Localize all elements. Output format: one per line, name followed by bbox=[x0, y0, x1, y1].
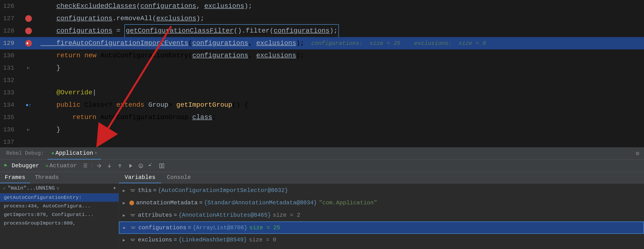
line-number-132: 132 bbox=[0, 77, 19, 84]
var-icon-attributes bbox=[129, 213, 136, 218]
settings-gear-icon[interactable]: ⚙ bbox=[636, 150, 639, 157]
code-editor: 126 checkExcludedClasses(configurations,… bbox=[0, 0, 644, 147]
right-tabs: Variables Console bbox=[119, 172, 644, 183]
debug-main-content: Frames Threads ✓ "main"...UNNING ▽ ▼ get… bbox=[0, 172, 644, 249]
debugger-label: Debugger bbox=[12, 163, 39, 169]
var-name-this: this bbox=[138, 187, 152, 194]
gutter-134: ●↑ bbox=[19, 102, 38, 108]
line-number-126: 126 bbox=[0, 2, 19, 10]
var-row-exclusions[interactable]: ▶ exclusions = {LinkedHashSet@8549} size… bbox=[119, 234, 644, 246]
gutter-127 bbox=[19, 15, 38, 22]
frame-list: getAutoConfigurationEntry: process:434, … bbox=[0, 193, 119, 249]
var-extra-exclusions: size = 0 bbox=[249, 237, 276, 243]
var-expand-attributes[interactable]: ▶ bbox=[123, 213, 129, 218]
var-row-annotationMetadata[interactable]: ▶ annotationMetadata = {StandardAnnotati… bbox=[119, 197, 644, 209]
console-tab[interactable]: Console bbox=[161, 172, 197, 183]
step-over-up-btn[interactable] bbox=[94, 162, 104, 170]
svg-rect-9 bbox=[160, 164, 161, 168]
thread-dropdown-icon[interactable]: ▼ bbox=[113, 186, 116, 191]
line-number-133: 133 bbox=[0, 89, 19, 96]
gutter-131: ⊢ bbox=[19, 65, 38, 71]
debugger-status-icon: ⚑ bbox=[4, 163, 7, 169]
debugger-subtab[interactable]: Debugger bbox=[9, 160, 42, 172]
gutter-129 bbox=[19, 40, 38, 46]
code-line-136: 136 ⊢ } bbox=[0, 124, 644, 136]
var-name-annotationMetadata: annotationMetadata bbox=[136, 200, 198, 206]
breakpoint-129[interactable] bbox=[25, 40, 32, 46]
application-tab-close[interactable]: × bbox=[95, 151, 97, 156]
var-name-exclusions: exclusions bbox=[138, 237, 172, 243]
left-panel: Frames Threads ✓ "main"...UNNING ▽ ▼ get… bbox=[0, 172, 119, 249]
thread-name: "main"...UNNING bbox=[8, 185, 55, 191]
frame-item-3[interactable]: processGroupImports:809, bbox=[0, 219, 119, 228]
svg-marker-8 bbox=[149, 164, 151, 166]
code-line-132: 132 bbox=[0, 74, 644, 86]
var-extra-attributes: size = 2 bbox=[273, 212, 300, 218]
line-number-130: 130 bbox=[0, 52, 19, 59]
actuator-subtab[interactable]: ⚙ Actuator bbox=[43, 160, 80, 172]
left-tabs: Frames Threads bbox=[0, 172, 119, 183]
gutter-136: ⊢ bbox=[19, 127, 38, 132]
var-eq-configurations: = bbox=[188, 225, 191, 231]
application-tab-label: Application bbox=[56, 150, 93, 156]
breakpoint-128[interactable] bbox=[25, 27, 32, 34]
breakpoint-127[interactable] bbox=[25, 15, 32, 22]
frame-item-1[interactable]: process:434, AutoConfigura... bbox=[0, 202, 119, 211]
var-expand-exclusions[interactable]: ▶ bbox=[123, 237, 129, 243]
threads-tab[interactable]: Threads bbox=[30, 172, 64, 183]
line-number-127: 127 bbox=[0, 15, 19, 22]
variables-tab[interactable]: Variables bbox=[119, 172, 161, 183]
code-line-129: 129 fireAutoConfigurationImportEvents(co… bbox=[0, 37, 644, 49]
var-expand-configurations[interactable]: ▶ bbox=[123, 225, 130, 230]
frame-name-0: getAutoConfigurationEntry: bbox=[4, 195, 82, 200]
var-expand-annotationMetadata[interactable]: ▶ bbox=[123, 200, 129, 206]
var-row-attributes[interactable]: ▶ attributes = {AnnotationAttributes@846… bbox=[119, 209, 644, 222]
application-tab[interactable]: ● Application × bbox=[48, 147, 101, 159]
var-row-configurations[interactable]: ▶ configurations = {ArrayList@8706} size… bbox=[119, 222, 644, 234]
var-eq-this: = bbox=[153, 187, 156, 194]
line-number-134: 134 bbox=[0, 101, 19, 109]
code-content-130: return new AutoConfigurationEntry(config… bbox=[38, 49, 644, 62]
svg-marker-0 bbox=[26, 42, 28, 45]
var-eq-attributes: = bbox=[174, 212, 177, 218]
svg-rect-10 bbox=[162, 164, 164, 168]
frame-item-2[interactable]: getImports:879, Configurati... bbox=[0, 211, 119, 219]
debug-toolbar: ⚑ Debugger ⚙ Actuator ☰ bbox=[0, 160, 644, 172]
frames-tab[interactable]: Frames bbox=[0, 172, 30, 183]
frame-item-0[interactable]: getAutoConfigurationEntry: bbox=[0, 193, 119, 202]
columns-btn[interactable] bbox=[157, 162, 166, 170]
thread-selector[interactable]: ✓ "main"...UNNING ▽ ▼ bbox=[0, 183, 119, 193]
right-panel: Variables Console ▶ this = {AutoConfigur… bbox=[119, 172, 644, 249]
line-number-137: 137 bbox=[0, 139, 19, 146]
evaluate-btn[interactable] bbox=[136, 162, 146, 170]
code-content-128: configurations = getConfigurationClassFi… bbox=[38, 24, 644, 37]
reset-btn[interactable] bbox=[146, 162, 156, 170]
variables-list: ▶ this = {AutoConfigurationImportSelecto… bbox=[119, 183, 644, 249]
actuator-label: Actuator bbox=[50, 163, 77, 169]
code-content-133: @Override| bbox=[38, 86, 644, 99]
var-value-configurations: {ArrayList@8706} bbox=[193, 225, 247, 231]
thread-check-icon: ✓ bbox=[3, 185, 6, 191]
code-content-135: return AutoConfigurationGroup.class; bbox=[38, 111, 644, 124]
var-value-this: {AutoConfigurationImportSelector@8032} bbox=[158, 187, 288, 194]
bookmark-136: ⊢ bbox=[27, 127, 30, 132]
var-expand-this[interactable]: ▶ bbox=[123, 188, 129, 193]
gutter-128 bbox=[19, 27, 38, 34]
thread-filter-icon[interactable]: ▽ bbox=[56, 186, 59, 191]
code-content-131: } bbox=[38, 62, 644, 74]
var-row-this[interactable]: ▶ this = {AutoConfigurationImportSelecto… bbox=[119, 184, 644, 197]
line-number-136: 136 bbox=[0, 126, 19, 133]
var-eq-exclusions: = bbox=[174, 237, 177, 243]
menu-btn[interactable]: ☰ bbox=[80, 162, 90, 170]
step-out-btn[interactable] bbox=[115, 162, 124, 170]
variables-tab-label: Variables bbox=[124, 174, 156, 181]
code-line-127: 127 configurations.removeAll(exclusions)… bbox=[0, 12, 644, 25]
var-name-configurations: configurations bbox=[138, 225, 186, 231]
inline-values-129: configurations: size = 25 exclusions: si… bbox=[311, 40, 486, 46]
var-value-exclusions: {LinkedHashSet@8549} bbox=[178, 237, 247, 243]
code-line-130: 130 return new AutoConfigurationEntry(co… bbox=[0, 49, 644, 62]
bookmark-131: ⊢ bbox=[27, 65, 30, 71]
step-into-btn[interactable] bbox=[105, 162, 114, 170]
resume-btn[interactable] bbox=[126, 162, 135, 170]
var-value-annotationMetadata: {StandardAnnotationMetadata@8034} bbox=[204, 200, 317, 206]
